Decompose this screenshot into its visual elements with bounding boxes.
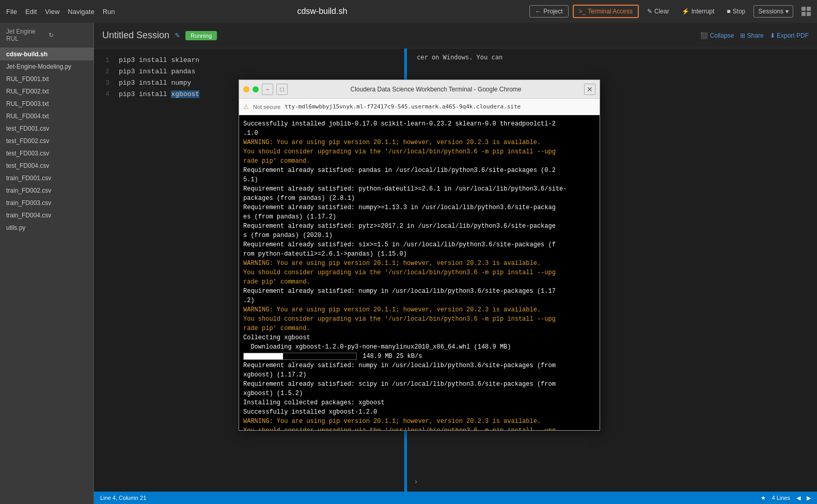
stop-button[interactable]: ■ Stop (722, 6, 749, 17)
menu-bar: File Edit View Navigate Run (6, 8, 115, 15)
output-text: cer on Windows. You can (413, 54, 809, 61)
sidebar-item-train-fd004-csv[interactable]: train_FD004.csv (0, 209, 93, 222)
chrome-maximize-dot[interactable] (253, 86, 259, 92)
collapse-icon: ⬛ (700, 32, 708, 39)
editor-area: Untitled Session ✎ Running ⬛ Collapse ⊞ … (94, 23, 817, 504)
terminal-icon: >_ (579, 8, 586, 15)
sidebar-item-test-fd002-csv[interactable]: test_FD002.csv (0, 135, 93, 147)
line-numbers: 1 2 3 4 (94, 49, 113, 492)
terminal-line-21: WARNING: You are using pip version 20.1.… (243, 417, 595, 426)
session-title: Untitled Session (102, 30, 169, 41)
sidebar: Jet Engine RUL ↻ cdsw-build.sh Jet-Engin… (0, 23, 94, 504)
chrome-minimize-dot[interactable] (243, 86, 249, 92)
session-right: ⬛ Collapse ⊞ Share ⬇ Export PDF (700, 32, 809, 39)
sidebar-item-rul-fd001-txt[interactable]: RUL_FD001.txt (0, 73, 93, 85)
progress-bar-container (243, 353, 357, 360)
code-line-2: pip3 install pandas (119, 66, 398, 77)
terminal-line-5: Requirement already satisfied: python-da… (243, 184, 595, 203)
sidebar-item-rul-fd003-txt[interactable]: RUL_FD003.txt (0, 98, 93, 110)
status-bar-right: ★ 4 Lines ◀ ▶ (761, 495, 811, 501)
cursor-position: Line 4, Column 21 (100, 495, 146, 501)
not-secure-icon: ⚠ (243, 103, 249, 111)
terminal-line-17: Requirement already satisfied: numpy in … (243, 361, 595, 380)
terminal-window: − □ Cloudera Data Science Workbench Term… (239, 80, 600, 431)
scroll-right-icon[interactable]: ▶ (807, 495, 811, 501)
line-count: 4 Lines (772, 495, 790, 501)
top-bar: File Edit View Navigate Run cdsw-build.s… (0, 0, 817, 23)
chrome-max-button[interactable]: □ (276, 84, 288, 95)
menu-navigate[interactable]: Navigate (68, 8, 94, 15)
sidebar-item-train-fd003-csv[interactable]: train_FD003.csv (0, 197, 93, 209)
terminal-line-6: Requirement already satisfied: numpy>=1.… (243, 203, 595, 222)
terminal-line-3: You should consider upgrading via the '/… (243, 147, 595, 166)
menu-run[interactable]: Run (103, 8, 115, 15)
collapse-button[interactable]: ⬛ Collapse (700, 32, 734, 39)
session-header: Untitled Session ✎ Running ⬛ Collapse ⊞ … (94, 23, 817, 49)
terminal-address-bar: ⚠ Not secure tty-mdl6mwbbyj15vnyk.ml-f72… (239, 99, 600, 115)
terminal-line-18: Requirement already satisfied: scipy in … (243, 380, 595, 398)
terminal-line-16-progress: 148.9 MB 25 kB/s (243, 352, 595, 361)
sidebar-item-train-fd002-csv[interactable]: train_FD002.csv (0, 184, 93, 197)
terminal-line-19: Installing collected packages: xgboost (243, 398, 595, 407)
sidebar-item-rul-fd004-txt[interactable]: RUL_FD004.txt (0, 110, 93, 122)
menu-edit[interactable]: Edit (25, 8, 37, 15)
main-layout: Jet Engine RUL ↻ cdsw-build.sh Jet-Engin… (0, 23, 817, 504)
terminal-line-7: Requirement already satisfied: pytz>=201… (243, 222, 595, 240)
terminal-line-11: Requirement already satisfied: numpy in … (243, 287, 595, 305)
terminal-line-20: Successfully installed xgboost-1.2.0 (243, 407, 595, 417)
terminal-close-button[interactable]: ✕ (584, 84, 595, 95)
sidebar-item-train-fd001-csv[interactable]: train_FD001.csv (0, 172, 93, 184)
scroll-left-icon[interactable]: ◀ (796, 495, 800, 501)
sidebar-item-test-fd003-csv[interactable]: test_FD003.csv (0, 147, 93, 160)
terminal-line-4: Requirement already satisfied: pandas in… (243, 166, 595, 184)
chevron-right-icon: › (415, 477, 417, 485)
export-button[interactable]: ⬇ Export PDF (770, 32, 809, 39)
top-bar-actions: ← Project >_ Terminal Access ✎ Clear ⚡ I… (529, 5, 811, 18)
grid-icon[interactable] (802, 7, 811, 16)
star-icon[interactable]: ★ (761, 495, 766, 501)
chrome-min-button[interactable]: − (262, 84, 273, 95)
terminal-line-22: You should consider upgrading via the '/… (243, 426, 595, 430)
terminal-line-14: Collecting xgboost (243, 333, 595, 342)
interrupt-button[interactable]: ⚡ Interrupt (678, 6, 719, 17)
lightning-icon: ⚡ (682, 8, 689, 15)
terminal-line-9: WARNING: You are using pip version 20.1.… (243, 259, 595, 268)
code-text-1: pip3 install sklearn (119, 55, 199, 66)
terminal-line-8: Requirement already satisfied: six>=1.5 … (243, 240, 595, 259)
sidebar-item-cdsw-build[interactable]: cdsw-build.sh (0, 48, 93, 60)
editor-filename: cdsw-build.sh (123, 7, 521, 16)
arrow-left-icon: ← (535, 8, 541, 15)
running-status-badge: Running (185, 31, 217, 40)
clear-button[interactable]: ✎ Clear (643, 6, 673, 17)
progress-bar-fill (244, 353, 283, 359)
editor-content: 1 2 3 4 pip3 install sklearn pip3 instal… (94, 49, 817, 492)
download-icon: ⬇ (770, 32, 775, 39)
code-line-1: pip3 install sklearn (119, 55, 398, 66)
terminal-url: tty-mdl6mwbbyj15vnyk.ml-f72417c9-545.use… (285, 103, 595, 110)
share-icon: ⊞ (740, 32, 745, 39)
sidebar-item-utils-py[interactable]: utils.py (0, 222, 93, 234)
chevron-down-icon: ▾ (785, 8, 789, 15)
sidebar-header: Jet Engine RUL ↻ (0, 23, 93, 48)
project-button[interactable]: ← Project (529, 5, 568, 18)
stop-icon: ■ (727, 8, 730, 15)
terminal-line-2: WARNING: You are using pip version 20.1.… (243, 138, 595, 147)
terminal-line-10: You should consider upgrading via the '/… (243, 268, 595, 287)
code-text-3: pip3 install numpy (119, 77, 191, 89)
share-button[interactable]: ⊞ Share (740, 32, 763, 39)
terminal-body[interactable]: Successfully installed joblib-0.17.0 sci… (239, 115, 600, 430)
sessions-button[interactable]: Sessions ▾ (753, 5, 793, 18)
edit-session-icon[interactable]: ✎ (175, 32, 180, 39)
edit-icon: ✎ (647, 8, 652, 15)
sidebar-item-jet-engine-modeling[interactable]: Jet-Engine-Modeling.py (0, 60, 93, 73)
code-text-2: pip3 install pandas (119, 66, 195, 77)
sidebar-item-test-fd001-csv[interactable]: test_FD001.csv (0, 122, 93, 135)
menu-view[interactable]: View (45, 8, 59, 15)
menu-file[interactable]: File (6, 8, 17, 15)
sidebar-item-rul-fd002-txt[interactable]: RUL_FD002.txt (0, 85, 93, 98)
terminal-access-button[interactable]: >_ Terminal Access (573, 5, 639, 18)
terminal-line-12: WARNING: You are using pip version 20.1.… (243, 305, 595, 314)
output-chevron[interactable]: › (415, 477, 417, 485)
refresh-icon[interactable]: ↻ (49, 32, 88, 39)
sidebar-item-test-fd004-csv[interactable]: test_FD004.csv (0, 160, 93, 172)
